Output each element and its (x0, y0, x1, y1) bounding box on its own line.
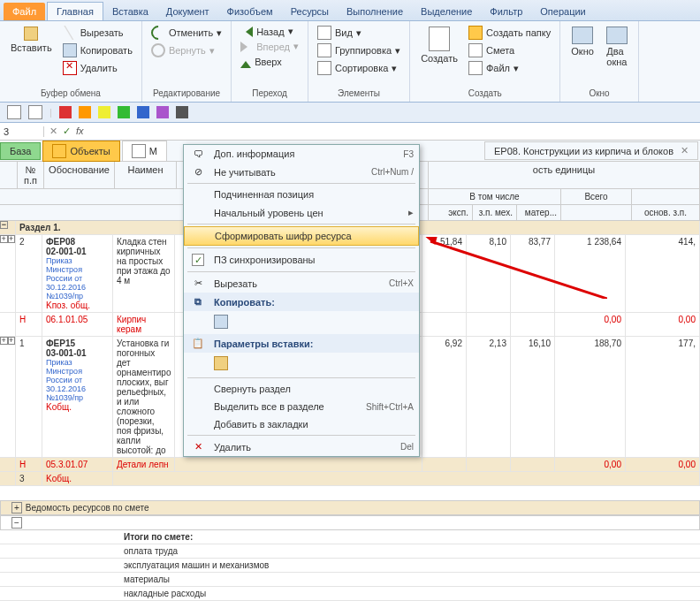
menu-file[interactable]: Файл (4, 3, 45, 20)
tab-m[interactable]: М (122, 141, 167, 162)
menu-skip[interactable]: ⊘Не учитыватьCtrl+Num / (184, 163, 419, 181)
undo-button[interactable]: Отменить ▾ (149, 25, 224, 41)
expand-icon[interactable]: + (0, 235, 8, 243)
flag-red[interactable] (59, 106, 72, 118)
group-label: Редактирование (149, 87, 224, 98)
file-icon (468, 61, 483, 75)
menu-insert[interactable]: Вставка (103, 3, 157, 20)
tab-base[interactable]: База (0, 142, 41, 160)
col-name: Наимен (115, 162, 177, 188)
menu-paste-params: 📋Параметры вставки: (184, 334, 419, 353)
table-row[interactable]: 3 Kобщ. (0, 472, 700, 486)
back-button[interactable]: Назад ▾ (239, 25, 301, 38)
view-button[interactable]: Вид ▾ (316, 25, 402, 41)
expand-icon[interactable]: + (8, 337, 16, 345)
table-row[interactable]: Н 05.3.01.07 Детали лепн 0,00 0,00 (0, 458, 700, 472)
summary-header[interactable]: +Ведомость ресурсов по смете (0, 500, 700, 515)
forward-button[interactable]: Вперед ▾ (239, 40, 301, 53)
menu-ops[interactable]: Операции (531, 3, 594, 20)
estimate-button[interactable]: Смета (467, 42, 552, 58)
fx-icon[interactable]: fx (76, 126, 84, 137)
sort-icon (317, 61, 331, 75)
menu-info[interactable]: 🗨Доп. информацияF3 (184, 145, 419, 163)
accept-icon[interactable]: ✓ (63, 126, 71, 137)
summary-panel: +Ведомость ресурсов по смете − Итоги по … (0, 500, 700, 601)
tab-objects[interactable]: Объекты (42, 141, 119, 162)
summary-row: накладные расходы (0, 587, 700, 601)
chevron-right-icon: ▸ (408, 207, 414, 218)
context-menu: 🗨Доп. информацияF3 ⊘Не учитыватьCtrl+Num… (183, 144, 420, 457)
skip-icon: ⊘ (189, 166, 207, 178)
menu-sel[interactable]: Выделение (412, 3, 481, 20)
collapse-icon[interactable]: − (0, 221, 8, 229)
col-npp: № п.п (18, 162, 44, 188)
folder-icon (52, 144, 66, 158)
group-label: Создать (417, 87, 552, 98)
folder-icon (468, 26, 483, 40)
two-windows-button[interactable]: Два окна (603, 25, 631, 69)
file-button[interactable]: Файл ▾ (467, 60, 552, 76)
menu-copy-header: ⧉Копировать: (184, 293, 419, 311)
delete-button[interactable]: Удалить (61, 60, 134, 76)
qat-icon[interactable] (7, 105, 21, 119)
close-icon[interactable]: ✕ (681, 145, 689, 156)
menu-exec[interactable]: Выполнение (338, 3, 412, 20)
menu-bar: Файл Главная Вставка Документ Физобъем Р… (0, 0, 700, 21)
tab-fer08[interactable]: ЕР08. Конструкции из кирпича и блоков✕ (484, 141, 698, 160)
doc-icon (468, 43, 483, 57)
summary-row: оплата труда (0, 544, 700, 559)
menu-form-cipher[interactable]: Сформировать шифр ресурса (184, 226, 419, 246)
col-base: Обоснование (44, 162, 115, 188)
cell-address[interactable]: 3 (0, 126, 44, 137)
delete-icon: ✕ (189, 441, 207, 453)
up-button[interactable]: Вверх (239, 55, 301, 69)
window-button[interactable]: Окно (567, 25, 597, 69)
paste-button[interactable]: Вставить (7, 25, 56, 76)
cancel-icon[interactable]: ✕ (49, 126, 57, 137)
cut-button[interactable]: Вырезать (61, 25, 134, 41)
menu-doc[interactable]: Документ (157, 3, 218, 20)
expand-icon[interactable]: + (8, 235, 16, 243)
menu-phys[interactable]: Физобъем (218, 3, 282, 20)
menu-select-all[interactable]: Выделить все в разделеShift+Ctrl+A (184, 398, 419, 415)
create-button[interactable]: Создать (417, 25, 461, 76)
menu-copy-option[interactable] (184, 311, 419, 334)
back-icon (240, 27, 253, 37)
mkdir-button[interactable]: Создать папку (467, 25, 552, 41)
flag-yellow[interactable] (98, 106, 110, 118)
sort-button[interactable]: Сортировка ▾ (316, 60, 402, 76)
menu-collapse[interactable]: Свернуть раздел (184, 380, 419, 398)
expand-icon[interactable]: + (0, 337, 8, 345)
menu-price-level[interactable]: Начальный уровень цен▸ (184, 203, 419, 222)
menu-sub[interactable]: Подчиненная позиция (184, 186, 419, 203)
doc-icon (132, 144, 146, 158)
menu-cut[interactable]: ✂ВырезатьCtrl+X (184, 274, 419, 293)
up-icon (240, 56, 251, 68)
flag-purple[interactable] (156, 106, 169, 118)
redo-button[interactable]: Вернуть ▾ (149, 42, 224, 58)
list-icon (317, 26, 331, 40)
qat-icon[interactable] (28, 105, 42, 119)
flag-blue[interactable] (137, 106, 149, 118)
copy-button[interactable]: Копировать (61, 42, 134, 58)
menu-bookmark[interactable]: Добавить в закладки (184, 415, 419, 433)
flag-orange[interactable] (79, 106, 91, 118)
col-cost: ость единицы (429, 162, 700, 188)
menu-paste-option[interactable] (184, 353, 419, 376)
undo-icon (148, 23, 169, 43)
copy-icon: ⧉ (189, 296, 207, 308)
flag-green[interactable] (118, 106, 130, 118)
summary-row: материалы (0, 573, 700, 587)
group-button[interactable]: Группировка ▾ (316, 42, 402, 58)
menu-filter[interactable]: Фильтр (481, 3, 531, 20)
menu-sync[interactable]: ✓ПЗ синхронизированы (184, 250, 419, 270)
cut-icon (63, 26, 77, 40)
checkbox-icon: ✓ (192, 254, 204, 266)
menu-delete[interactable]: ✕УдалитьDel (184, 437, 419, 456)
group-label: Окно (567, 87, 631, 98)
menu-main[interactable]: Главная (47, 2, 103, 20)
paste-icon: 📋 (189, 338, 207, 349)
flag-black[interactable] (176, 106, 188, 118)
menu-res[interactable]: Ресурсы (282, 3, 338, 20)
formula-bar: 3 ✕ ✓ fx (0, 123, 700, 141)
